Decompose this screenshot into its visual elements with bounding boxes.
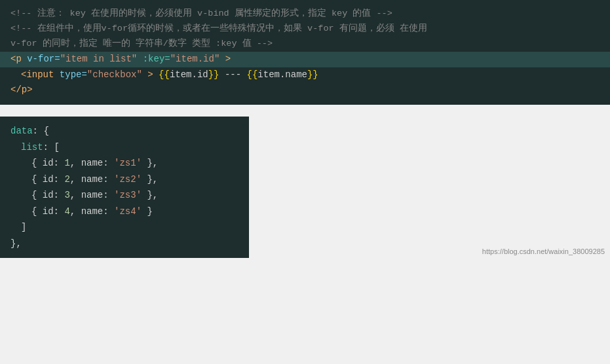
- code-line-input: <input type="checkbox" > {{item.id}} ---…: [10, 67, 600, 83]
- data-line-6: { id: 4, name: 'zs4' }: [10, 204, 238, 220]
- comment-line-1: <!-- 注意： key 在使用的时候，必须使用 v-bind 属性绑定的形式，…: [10, 7, 600, 22]
- divider: [0, 105, 610, 117]
- data-line-8: },: [10, 236, 238, 252]
- data-line-2: list: [: [10, 139, 238, 156]
- data-line-1: data: {: [10, 123, 238, 139]
- code-line-p-open: <p v-for="item in list" :key="item.id" >: [10, 52, 600, 67]
- data-line-4: { id: 2, name: 'zs2' },: [10, 172, 238, 188]
- comment-line-3: v-for 的同时，指定 唯一的 字符串/数字 类型 :key 值 -->: [10, 37, 600, 52]
- top-code-block: <!-- 注意： key 在使用的时候，必须使用 v-bind 属性绑定的形式，…: [0, 0, 610, 105]
- data-line-7: ]: [10, 219, 238, 236]
- comment-line-2: <!-- 在组件中，使用v-for循环的时候，或者在一些特殊情况中，如果 v-f…: [10, 22, 600, 37]
- bottom-code-block: data: { list: [ { id: 1, name: 'zs1' }, …: [0, 117, 249, 258]
- right-empty-area: https://blog.csdn.net/waixin_38009285: [249, 117, 610, 258]
- watermark: https://blog.csdn.net/waixin_38009285: [482, 247, 605, 255]
- data-line-5: { id: 3, name: 'zs3' },: [10, 187, 238, 204]
- bottom-wrapper: data: { list: [ { id: 1, name: 'zs1' }, …: [0, 117, 610, 258]
- data-line-3: { id: 1, name: 'zs1' },: [10, 155, 238, 172]
- code-line-p-close: </p>: [10, 82, 600, 98]
